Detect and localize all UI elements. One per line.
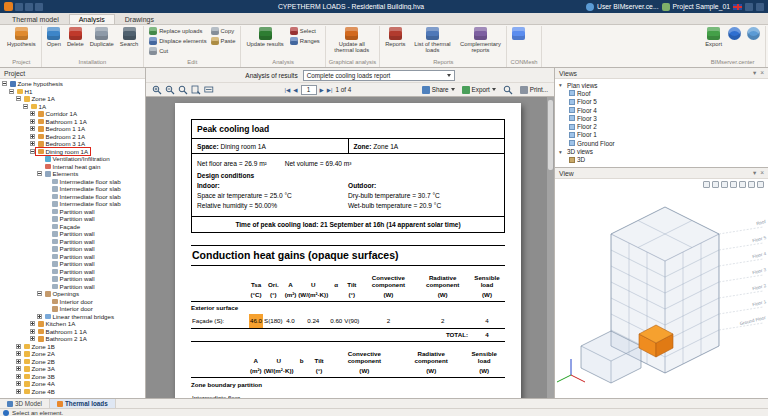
- tree-item[interactable]: Intermediate floor slab: [0, 178, 145, 186]
- view-item[interactable]: Floor 3: [559, 114, 764, 122]
- select-button[interactable]: Select: [288, 26, 322, 36]
- tree-item[interactable]: Interior door: [0, 298, 145, 306]
- zoom-fit-page-icon[interactable]: [191, 85, 201, 95]
- tree-item[interactable]: Internal heat gain: [0, 163, 145, 171]
- vertical-scrollbar[interactable]: [547, 97, 554, 398]
- tree-expander[interactable]: [30, 329, 35, 334]
- cube-icon[interactable]: [739, 181, 746, 188]
- user-label[interactable]: User BIMserver.ce...: [597, 3, 659, 10]
- settings-icon[interactable]: [757, 181, 764, 188]
- tree-item[interactable]: Partition wall: [0, 275, 145, 283]
- tab-3d-model[interactable]: 3D Model: [0, 399, 50, 408]
- tree-item[interactable]: Partition wall: [0, 253, 145, 261]
- tree-item[interactable]: Intermediate floor slab: [0, 200, 145, 208]
- tree-expander[interactable]: [30, 149, 35, 154]
- delete-button[interactable]: Delete: [65, 26, 86, 48]
- duplicate-button[interactable]: Duplicate: [88, 26, 116, 48]
- current-page-input[interactable]: 1: [301, 85, 317, 95]
- view-item[interactable]: Roof: [559, 89, 764, 97]
- tab-thermal-loads[interactable]: Thermal loads: [50, 399, 116, 408]
- tree-item[interactable]: Partition wall: [0, 230, 145, 238]
- zoom-fit-width-icon[interactable]: [204, 85, 214, 95]
- view-item[interactable]: 3D: [559, 156, 764, 164]
- tree-item[interactable]: Intermediate floor slab: [0, 185, 145, 193]
- view-item[interactable]: Floor 4: [559, 106, 764, 114]
- close-icon[interactable]: ×: [760, 69, 764, 77]
- tree-item[interactable]: Corridor 1A: [0, 110, 145, 118]
- project-icon[interactable]: [662, 3, 670, 11]
- tree-expander[interactable]: [30, 119, 35, 124]
- view-item[interactable]: Floor 5: [559, 98, 764, 106]
- next-page-button[interactable]: ▶: [320, 87, 324, 93]
- language-flag-icon[interactable]: [733, 4, 742, 10]
- user-avatar-icon[interactable]: [586, 3, 594, 11]
- eye-icon[interactable]: [721, 181, 728, 188]
- tree-expander[interactable]: [30, 126, 35, 131]
- hypothesis-button[interactable]: Hypothesis: [5, 26, 38, 48]
- tree-item[interactable]: Interior door: [0, 305, 145, 313]
- tree-item[interactable]: Partition wall: [0, 268, 145, 276]
- reports-button[interactable]: Reports: [383, 26, 407, 48]
- tree-expander[interactable]: [9, 89, 14, 94]
- project-label[interactable]: Project Sample_01: [673, 3, 730, 10]
- tree-item[interactable]: 1A: [0, 103, 145, 111]
- cut-button[interactable]: Cut: [147, 46, 208, 56]
- panel-menu-icon[interactable]: ▾: [753, 69, 756, 77]
- tree-item[interactable]: Zone 2A: [0, 350, 145, 358]
- prev-page-button[interactable]: ◀: [293, 87, 297, 93]
- help-icon[interactable]: [756, 3, 764, 11]
- tree-item[interactable]: Zone 2B: [0, 358, 145, 366]
- tree-expander[interactable]: [16, 344, 21, 349]
- tree-item[interactable]: Zone hypothesis: [0, 80, 145, 88]
- tree-item[interactable]: Elements: [0, 170, 145, 178]
- tree-expander[interactable]: [2, 81, 7, 86]
- camera-icon[interactable]: [748, 181, 755, 188]
- save-icon[interactable]: [15, 3, 23, 11]
- open-button[interactable]: Open: [45, 26, 63, 48]
- tree-expander[interactable]: [30, 321, 35, 326]
- tree-item[interactable]: Bedroom 3 1A: [0, 140, 145, 148]
- tree-expander[interactable]: [30, 134, 35, 139]
- list-thermal-loads-button[interactable]: List of thermal loads: [409, 26, 455, 54]
- tree-item[interactable]: Bathroom 1 1A: [0, 118, 145, 126]
- redo-icon[interactable]: [35, 3, 43, 11]
- tree-item[interactable]: Partition wall: [0, 238, 145, 246]
- search-button[interactable]: Search: [118, 26, 140, 48]
- ribbon-tab-analysis[interactable]: Analysis: [69, 14, 115, 24]
- layers-icon[interactable]: [730, 181, 737, 188]
- tree-item[interactable]: Bathroom 1 1A: [0, 328, 145, 336]
- first-page-button[interactable]: |◀: [285, 87, 291, 93]
- tree-item[interactable]: H1: [0, 88, 145, 96]
- tree-expander[interactable]: [37, 314, 42, 319]
- tree-item[interactable]: Partition wall: [0, 245, 145, 253]
- export-button[interactable]: Export: [462, 86, 496, 94]
- tree-item[interactable]: Partition wall: [0, 283, 145, 291]
- tree-expander[interactable]: [37, 171, 42, 176]
- tree-item[interactable]: Zone 4B: [0, 388, 145, 396]
- bimserver-user-button[interactable]: [745, 26, 762, 42]
- tree-expander[interactable]: [16, 96, 21, 101]
- update-results-button[interactable]: Update results: [244, 26, 285, 48]
- tree-expander[interactable]: [16, 366, 21, 371]
- tree-item[interactable]: Kitchen 1A: [0, 320, 145, 328]
- bimserver-sync-button[interactable]: [726, 26, 743, 42]
- tree-item[interactable]: Zone 4A: [0, 380, 145, 388]
- tree-item[interactable]: Bathroom 2 1A: [0, 335, 145, 343]
- update-thermal-loads-button[interactable]: Update all thermal loads: [329, 26, 375, 54]
- tree-item[interactable]: Zone 1B: [0, 343, 145, 351]
- views-section-plan-views[interactable]: ▾Plan views: [559, 81, 764, 89]
- ranges-button[interactable]: Ranges: [288, 36, 322, 46]
- orbit-icon[interactable]: [703, 181, 710, 188]
- tree-item[interactable]: Intermediate floor slab: [0, 193, 145, 201]
- tree-expander[interactable]: [23, 104, 28, 109]
- tree-item[interactable]: Zone 1A: [0, 95, 145, 103]
- tree-item[interactable]: Façade: [0, 223, 145, 231]
- report-viewport[interactable]: Peak cooling load Space: Dining room 1A …: [146, 97, 554, 398]
- tree-expander[interactable]: [30, 111, 35, 116]
- replace-uploads-button[interactable]: Replace uploads: [147, 26, 208, 36]
- tree-expander[interactable]: [16, 381, 21, 386]
- tree-item[interactable]: Ventilation/Infiltration: [0, 155, 145, 163]
- copy-button[interactable]: Copy: [209, 26, 238, 36]
- share-button[interactable]: Share: [422, 86, 455, 94]
- search-document-icon[interactable]: [503, 85, 513, 95]
